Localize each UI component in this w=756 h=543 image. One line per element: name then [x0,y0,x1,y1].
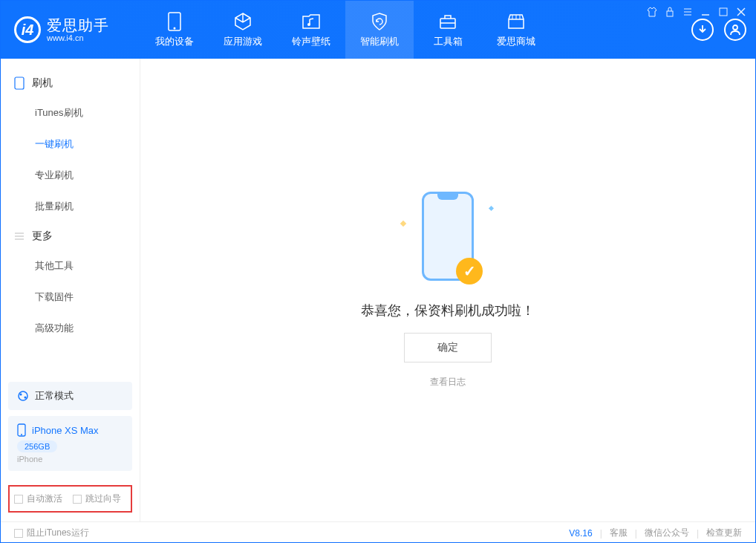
main-content: ✓ 恭喜您，保资料刷机成功啦！ 确定 查看日志 [140,59,755,521]
logo-title: 爱思助手 [47,17,109,33]
lock-icon[interactable] [665,7,675,17]
sidebar-item-batch-flash[interactable]: 批量刷机 [1,191,140,222]
sidebar-item-download-firmware[interactable]: 下载固件 [1,282,140,313]
wechat-link[interactable]: 微信公众号 [645,527,689,539]
svg-point-22 [20,394,22,396]
highlighted-options: 自动激活 跳过向导 [8,485,132,513]
sidebar-item-oneclick-flash[interactable]: 一键刷机 [1,129,140,160]
toolbox-icon [438,12,457,31]
svg-rect-14 [720,8,727,16]
device-panel[interactable]: iPhone XS Max 256GB iPhone [8,416,132,471]
svg-point-25 [21,434,22,435]
svg-point-23 [25,397,27,399]
svg-rect-9 [667,11,673,16]
status-bar: 阻止iTunes运行 V8.16 | 客服 | 微信公众号 | 检查更新 [1,521,755,543]
success-message: 恭喜您，保资料刷机成功啦！ [361,302,535,319]
phone-small-icon [14,77,25,90]
svg-point-2 [307,23,310,26]
mode-label: 正常模式 [35,389,74,403]
device-icon [17,423,26,437]
checkbox-icon [14,495,23,504]
shirt-icon[interactable] [647,7,657,17]
check-icon: ✓ [456,258,483,284]
app-header: i4 爱思助手 www.i4.cn 我的设备 应用游戏 铃声壁纸 智能刷机 工具… [1,1,755,59]
tab-flash[interactable]: 智能刷机 [345,1,414,59]
logo-url: www.i4.cn [47,33,109,42]
list-icon [14,231,25,241]
sidebar-item-advanced[interactable]: 高级功能 [1,313,140,344]
mode-panel[interactable]: 正常模式 [8,382,132,410]
checkbox-block-itunes[interactable]: 阻止iTunes运行 [14,527,89,539]
phone-icon [165,12,184,31]
sidebar: 刷机 iTunes刷机 一键刷机 专业刷机 批量刷机 更多 其他工具 下载固件 … [1,59,140,521]
checkbox-icon [14,529,23,538]
check-update-link[interactable]: 检查更新 [706,527,742,539]
music-folder-icon [302,12,321,31]
sidebar-section-more: 更多 [1,222,140,250]
store-icon [506,12,526,31]
minimize-icon[interactable] [700,7,711,17]
tab-my-device[interactable]: 我的设备 [140,1,209,59]
svg-rect-17 [15,77,24,89]
nav-tabs: 我的设备 应用游戏 铃声壁纸 智能刷机 工具箱 爱思商城 [140,1,550,59]
maximize-icon[interactable] [718,7,729,17]
logo-icon: i4 [14,16,41,43]
sync-icon [17,390,29,402]
sidebar-section-flash: 刷机 [1,69,140,97]
window-controls [647,7,746,17]
tab-store[interactable]: 爱思商城 [482,1,550,59]
device-type: iPhone [17,455,123,464]
storage-badge: 256GB [17,440,57,452]
sidebar-item-itunes-flash[interactable]: iTunes刷机 [1,97,140,129]
user-button[interactable] [724,19,746,41]
tab-ringtones[interactable]: 铃声壁纸 [277,1,345,59]
sidebar-item-pro-flash[interactable]: 专业刷机 [1,160,140,191]
app-logo: i4 爱思助手 www.i4.cn [14,16,140,43]
success-illustration: ✓ [407,192,489,288]
sidebar-item-other-tools[interactable]: 其他工具 [1,250,140,282]
svg-point-8 [733,25,737,30]
view-log-link[interactable]: 查看日志 [430,376,466,388]
checkbox-auto-activate[interactable]: 自动激活 [14,492,62,505]
tab-toolbox[interactable]: 工具箱 [414,1,482,59]
confirm-button[interactable]: 确定 [404,333,492,362]
menu-icon[interactable] [682,7,693,17]
device-name: iPhone XS Max [32,425,99,436]
tab-apps[interactable]: 应用游戏 [209,1,277,59]
support-link[interactable]: 客服 [610,527,628,539]
svg-point-21 [19,391,27,400]
checkbox-icon [73,495,82,504]
download-button[interactable] [691,19,714,41]
checkbox-skip-guide[interactable]: 跳过向导 [73,492,121,505]
version-label: V8.16 [569,528,592,539]
shield-refresh-icon [370,12,389,31]
close-icon[interactable] [736,7,746,17]
svg-point-1 [174,27,176,29]
cube-icon [233,12,252,31]
